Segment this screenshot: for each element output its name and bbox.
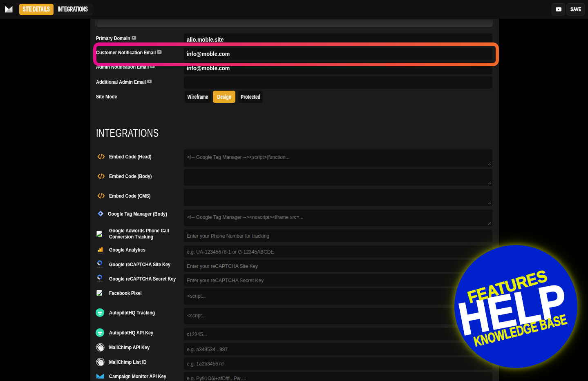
svg-text:Google Analytics: Google Analytics <box>98 252 104 254</box>
svg-text:reCAPTCHA: reCAPTCHA <box>97 281 103 283</box>
svg-text:reCAPTCHA: reCAPTCHA <box>97 267 103 268</box>
